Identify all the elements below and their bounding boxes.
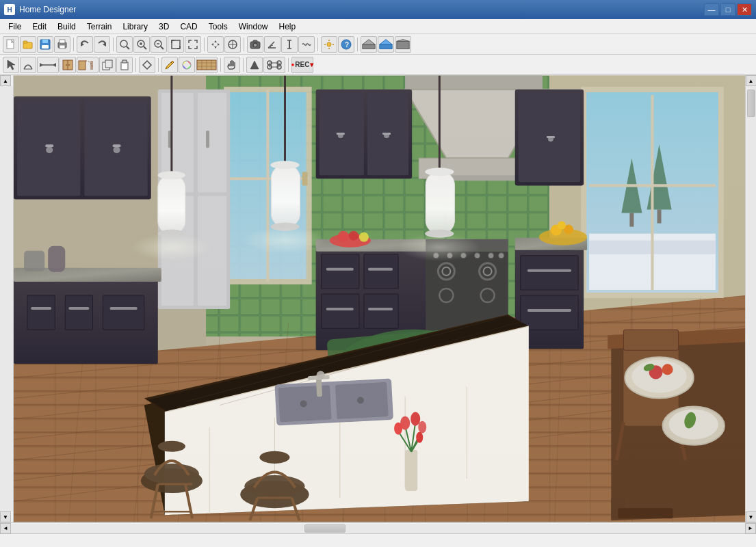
floor-plan-button[interactable] <box>361 36 377 53</box>
svg-rect-4 <box>42 40 48 43</box>
elevation-button[interactable] <box>395 36 411 53</box>
status-bar <box>0 533 756 547</box>
h-scroll-thumb[interactable] <box>304 524 346 533</box>
line-tool[interactable] <box>37 57 59 73</box>
svg-rect-47 <box>363 44 375 49</box>
scroll-down-button[interactable]: ▼ <box>746 511 757 522</box>
menu-terrain[interactable]: Terrain <box>81 21 118 33</box>
menu-tools[interactable]: Tools <box>203 21 233 33</box>
menu-file[interactable]: File <box>3 21 27 33</box>
texture-tool[interactable] <box>196 57 218 73</box>
toolbar-2: ●REC▾ <box>0 55 756 75</box>
menu-edit[interactable]: Edit <box>27 21 52 33</box>
fit-window-button[interactable] <box>168 36 184 53</box>
svg-rect-34 <box>253 40 257 42</box>
svg-rect-8 <box>60 45 65 49</box>
toolbar-separator-2 <box>113 38 114 51</box>
pan-button[interactable] <box>224 36 241 53</box>
scroll-up-button[interactable]: ▲ <box>746 75 757 86</box>
redo-button[interactable] <box>94 36 110 53</box>
open-button[interactable] <box>20 36 36 53</box>
measure-button[interactable] <box>281 36 298 53</box>
kitchen-render <box>14 75 745 522</box>
select-tool[interactable] <box>3 57 19 73</box>
connect-tool[interactable] <box>139 57 155 73</box>
toolbar-separator-3 <box>204 38 205 51</box>
toolbar2-separator-2 <box>158 58 159 72</box>
svg-marker-69 <box>143 61 151 69</box>
right-scrollbar: ▲ ▼ <box>745 75 756 522</box>
new-button[interactable] <box>3 36 19 53</box>
save-button[interactable] <box>37 36 53 53</box>
move-view-button[interactable] <box>207 36 224 53</box>
arc-tool[interactable] <box>20 57 36 73</box>
camera-button[interactable] <box>247 36 263 53</box>
svg-marker-26 <box>214 46 217 49</box>
menu-3d[interactable]: 3D <box>153 21 174 33</box>
svg-rect-66 <box>105 60 112 68</box>
svg-marker-28 <box>218 43 220 46</box>
scroll-left-button[interactable]: ◄ <box>0 523 11 534</box>
hand-tool[interactable] <box>224 57 240 73</box>
menu-cad[interactable]: CAD <box>174 21 203 33</box>
svg-marker-56 <box>40 63 43 67</box>
svg-rect-68 <box>122 60 127 63</box>
copy-tool[interactable] <box>99 57 116 73</box>
close-button[interactable]: ✕ <box>737 3 752 16</box>
door-tool[interactable] <box>77 57 99 73</box>
title-bar: H Home Designer — □ ✕ <box>0 0 756 19</box>
canvas-area[interactable] <box>14 75 745 522</box>
svg-marker-52 <box>397 39 409 41</box>
sun-button[interactable] <box>321 36 337 53</box>
app-icon: H <box>4 4 15 15</box>
menu-library[interactable]: Library <box>117 21 153 33</box>
zoom-out-button[interactable] <box>151 36 167 53</box>
paste-tool[interactable] <box>116 57 133 73</box>
transform-tool[interactable] <box>263 57 285 73</box>
rec-button[interactable]: ●REC▾ <box>291 57 313 73</box>
wave-button[interactable] <box>298 36 315 53</box>
toolbar-separator-6 <box>357 38 358 51</box>
toolbar-separator-4 <box>244 38 244 51</box>
svg-text:?: ? <box>345 41 349 49</box>
left-scroll-down[interactable]: ▼ <box>0 511 11 522</box>
zoom-in-button[interactable] <box>133 36 150 53</box>
h-scroll-track[interactable] <box>11 524 745 533</box>
window-title: Home Designer <box>19 5 703 14</box>
left-sidebar: ▲ ▼ <box>0 75 14 522</box>
menu-help[interactable]: Help <box>273 21 301 33</box>
svg-marker-25 <box>214 40 217 42</box>
undo-button[interactable] <box>77 36 93 53</box>
cabinet-tool[interactable] <box>60 57 76 73</box>
svg-marker-53 <box>8 60 15 70</box>
up-button[interactable] <box>246 57 263 73</box>
pencil-tool[interactable] <box>161 57 178 73</box>
3d-view-button[interactable] <box>378 36 394 53</box>
svg-marker-48 <box>363 39 375 44</box>
svg-rect-5 <box>42 45 49 49</box>
svg-marker-27 <box>211 43 213 46</box>
scroll-thumb[interactable] <box>747 90 755 117</box>
zoom-search-button[interactable] <box>116 36 133 53</box>
svg-rect-7 <box>60 40 65 43</box>
menu-build[interactable]: Build <box>52 21 81 33</box>
svg-marker-57 <box>53 63 56 67</box>
toolbar2-separator-1 <box>135 58 136 72</box>
toolbar2-separator-5 <box>288 58 289 72</box>
color-tool[interactable] <box>179 57 195 73</box>
scroll-track[interactable] <box>746 86 756 511</box>
print-button[interactable] <box>54 36 70 53</box>
angle-button[interactable] <box>264 36 281 53</box>
svg-rect-20 <box>172 40 180 49</box>
left-scroll-up[interactable]: ▲ <box>0 75 11 86</box>
svg-point-33 <box>253 43 257 47</box>
fullscreen-button[interactable] <box>185 36 201 53</box>
svg-line-18 <box>161 46 164 49</box>
help-button[interactable]: ? <box>338 36 354 53</box>
scroll-right-button[interactable]: ► <box>745 523 756 534</box>
svg-point-61 <box>68 64 70 66</box>
menu-window[interactable]: Window <box>233 21 274 33</box>
minimize-button[interactable]: — <box>704 3 719 16</box>
svg-point-11 <box>120 40 127 47</box>
maximize-button[interactable]: □ <box>720 3 735 16</box>
